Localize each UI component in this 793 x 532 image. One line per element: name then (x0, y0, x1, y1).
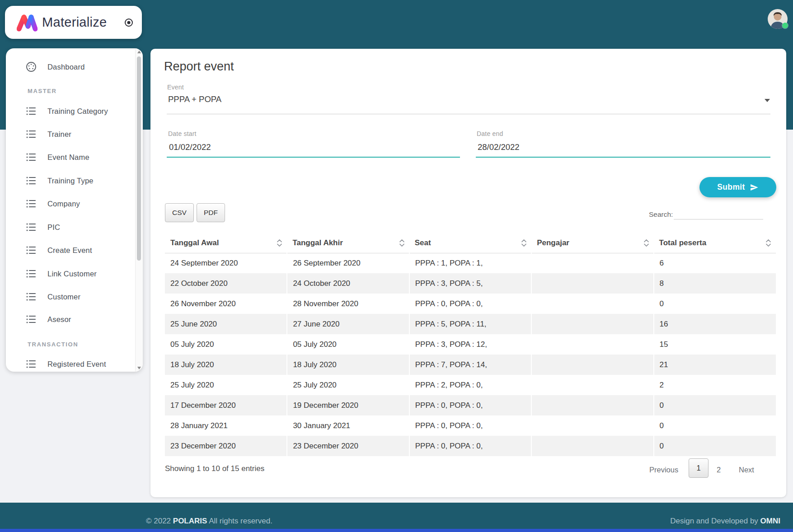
report-table: Tanggal Awal Tanggal Akhir Seat Pengajar… (165, 233, 776, 456)
column-header-pengajar[interactable]: Pengajar (531, 233, 653, 253)
report-event-card: Report event Event PPPA + POPA Date star… (150, 49, 786, 497)
scrollbar-thumb[interactable] (137, 56, 141, 261)
table-cell: PPPA : 3, POPA : 5, (409, 273, 531, 294)
table-cell: 26 September 2020 (287, 253, 409, 273)
sort-icon (765, 239, 771, 247)
table-cell (531, 375, 653, 395)
list-icon (25, 358, 37, 370)
table-cell: 30 January 2021 (287, 415, 409, 436)
column-header-tanggal-awal[interactable]: Tanggal Awal (165, 233, 287, 253)
sidebar-item-event-name[interactable]: Event Name (6, 148, 135, 166)
list-icon (25, 128, 37, 140)
table-cell: 19 December 2020 (287, 395, 409, 415)
column-header-seat[interactable]: Seat (409, 233, 531, 253)
table-info: Showing 1 to 10 of 15 entries (165, 464, 264, 473)
list-icon (25, 268, 37, 280)
table-cell: 0 (654, 294, 776, 314)
sidebar-item-label: Training Category (47, 107, 108, 116)
copyright-suffix: All rights reserved. (207, 517, 272, 525)
sidebar-item-training-category[interactable]: Training Category (6, 102, 135, 120)
table-cell: 21 (654, 355, 776, 375)
table-cell: 22 October 2020 (165, 273, 287, 294)
pagination-next[interactable]: Next (739, 466, 754, 474)
table-cell: PPPA : 0, POPA : 0, (409, 436, 531, 456)
table-cell: 25 July 2020 (287, 375, 409, 395)
page-title: Report event (164, 60, 234, 74)
sidebar-item-customer[interactable]: Customer (6, 288, 135, 306)
list-icon (25, 175, 37, 187)
user-avatar[interactable] (768, 9, 788, 29)
table-cell: 05 July 2020 (287, 334, 409, 355)
event-select-value: PPPA + POPA (168, 94, 221, 104)
scroll-down-icon[interactable] (137, 367, 141, 369)
event-select[interactable] (167, 92, 770, 114)
sidebar-item-label: Event Name (47, 153, 89, 162)
table-cell (531, 273, 653, 294)
table-cell: 18 July 2020 (287, 355, 409, 375)
sort-icon (399, 239, 405, 247)
date-end-label: Date end (477, 130, 503, 137)
sidebar-item-pic[interactable]: PIC (6, 218, 135, 236)
table-cell: 25 July 2020 (165, 375, 287, 395)
pagination-page-1[interactable]: 1 (689, 458, 709, 478)
export-pdf-button[interactable]: PDF (197, 203, 225, 222)
sidebar-item-label: Customer (47, 293, 80, 301)
sidebar-item-company[interactable]: Company (6, 195, 135, 213)
sidebar-pin-toggle-icon[interactable] (125, 19, 133, 27)
sidebar-item-trainer[interactable]: Trainer (6, 125, 135, 143)
sidebar-item-registered-event[interactable]: Registered Event (6, 355, 135, 372)
list-icon (25, 105, 37, 117)
sidebar: Dashboard MASTER Training Category Train… (6, 48, 143, 372)
table-body: 24 September 2020 26 September 2020 PPPA… (165, 253, 776, 456)
table-cell: 18 July 2020 (165, 355, 287, 375)
table-cell: 28 November 2020 (287, 294, 409, 314)
sidebar-item-link-customer[interactable]: Link Customer (6, 265, 135, 283)
table-cell: 16 (654, 314, 776, 334)
footer-copyright: © 2022 POLARIS All rights reserved. (146, 517, 272, 526)
date-start-underline (167, 157, 460, 158)
column-header-tanggal-akhir[interactable]: Tanggal Akhir (287, 233, 409, 253)
table-row: 23 December 2020 23 December 2020 PPPA :… (165, 436, 776, 456)
caret-down-icon (765, 99, 770, 102)
sort-icon (277, 239, 282, 247)
table-cell: 15 (654, 334, 776, 355)
date-start-label: Date start (168, 130, 197, 137)
table-row: 18 July 2020 18 July 2020 PPPA : 7, POPA… (165, 355, 776, 375)
sidebar-scrollbar[interactable] (135, 48, 143, 372)
table-cell: 17 December 2020 (165, 395, 287, 415)
table-cell: 27 June 2020 (287, 314, 409, 334)
table-cell: 25 June 2020 (165, 314, 287, 334)
sidebar-item-asesor[interactable]: Asesor (6, 310, 135, 328)
table-cell: 0 (654, 415, 776, 436)
table-cell: PPPA : 7, POPA : 14, (409, 355, 531, 375)
export-csv-button[interactable]: CSV (165, 203, 194, 222)
table-row: 25 June 2020 27 June 2020 PPPA : 5, POPA… (165, 314, 776, 334)
table-cell (531, 294, 653, 314)
table-cell: 0 (654, 395, 776, 415)
table-row: 25 July 2020 25 July 2020 PPPA : 2, POPA… (165, 375, 776, 395)
bottom-blue-strip (0, 529, 793, 532)
date-end-input[interactable] (478, 140, 613, 154)
column-label: Seat (415, 238, 431, 247)
brand-name: Materialize (42, 15, 125, 30)
search-input[interactable] (674, 204, 763, 219)
date-start-input[interactable] (169, 140, 305, 154)
sidebar-item-training-type[interactable]: Training Type (6, 172, 135, 190)
sidebar-item-dashboard[interactable]: Dashboard (6, 58, 135, 76)
table-cell: PPPA : 1, POPA : 1, (409, 253, 531, 273)
scroll-up-icon[interactable] (137, 51, 141, 53)
pagination-page-2[interactable]: 2 (717, 466, 721, 474)
event-field-label: Event (167, 84, 184, 91)
submit-button[interactable]: Submit (699, 177, 776, 197)
table-cell (531, 355, 653, 375)
table-cell: 28 January 2021 (165, 415, 287, 436)
table-cell (531, 253, 653, 273)
list-icon (25, 313, 37, 325)
table-cell (531, 395, 653, 415)
pagination-previous[interactable]: Previous (649, 466, 678, 474)
submit-label: Submit (717, 182, 745, 192)
column-header-total-peserta[interactable]: Total peserta (654, 233, 776, 253)
sidebar-item-label: Dashboard (47, 63, 85, 71)
sidebar-item-create-event[interactable]: Create Event (6, 241, 135, 259)
table-cell: PPPA : 0, POPA : 0, (409, 294, 531, 314)
